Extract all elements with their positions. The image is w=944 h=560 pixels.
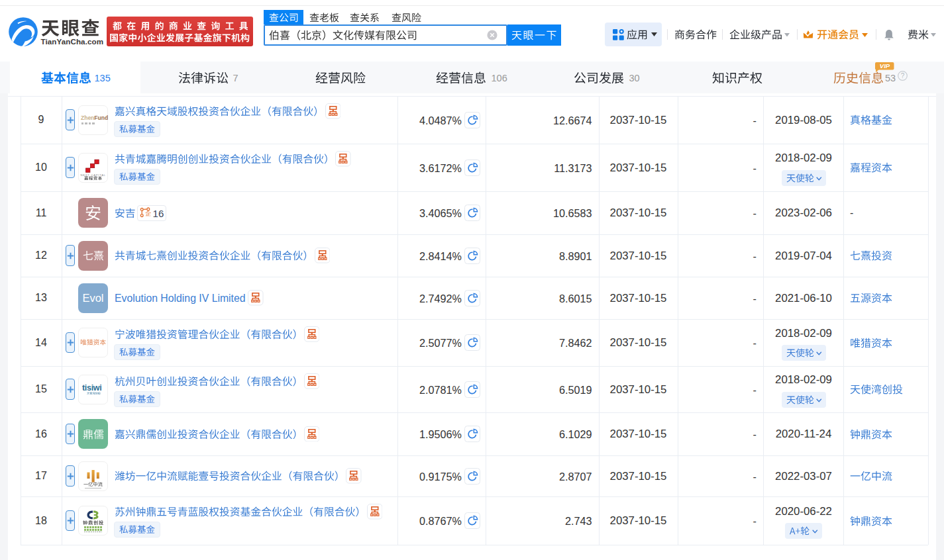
svg-text:VIP: VIP [879, 62, 890, 70]
svg-text:?: ? [901, 72, 905, 79]
